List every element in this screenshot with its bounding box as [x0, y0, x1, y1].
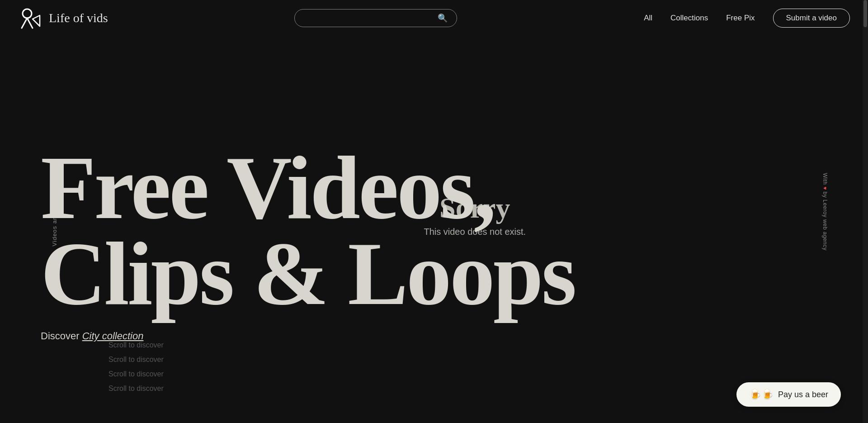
beer-button[interactable]: 🍺🍺 Pay us a beer	[736, 382, 841, 407]
scroll-text-3: Scroll to discover	[108, 367, 164, 381]
scrollbar[interactable]	[863, 0, 868, 423]
search-bar: 🔍	[294, 9, 457, 27]
beer-label: Pay us a beer	[778, 390, 828, 399]
svg-point-0	[23, 9, 32, 18]
scroll-section: Scroll to discover Scroll to discover Sc…	[108, 338, 164, 396]
navbar: Life of vids 🔍 All Collections Free Pix …	[0, 0, 868, 36]
hero-title-line2: Clips & Loops	[41, 231, 868, 317]
submit-video-button[interactable]: Submit a video	[773, 9, 850, 28]
scroll-text-1: Scroll to discover	[108, 338, 164, 352]
logo-text: Life of vids	[49, 11, 108, 25]
logo-link[interactable]: Life of vids	[18, 6, 108, 30]
scroll-text-2: Scroll to discover	[108, 352, 164, 367]
search-icon: 🔍	[438, 13, 448, 23]
nav-links: All Collections Free Pix Submit a video	[644, 9, 850, 28]
scroll-text-4: Scroll to discover	[108, 381, 164, 396]
discover-prefix: Discover	[41, 330, 82, 342]
nav-all[interactable]: All	[644, 14, 652, 23]
video-error-overlay: Sorry This video does not exist.	[424, 191, 526, 237]
beer-icon: 🍺🍺	[749, 389, 774, 400]
discover-text: Discover City collection	[41, 330, 868, 342]
nav-free-pix[interactable]: Free Pix	[726, 14, 755, 23]
error-subtitle: This video does not exist.	[424, 226, 526, 237]
search-input[interactable]	[304, 14, 434, 22]
nav-collections[interactable]: Collections	[670, 14, 708, 23]
error-title: Sorry	[424, 191, 526, 224]
logo-icon	[18, 6, 42, 30]
